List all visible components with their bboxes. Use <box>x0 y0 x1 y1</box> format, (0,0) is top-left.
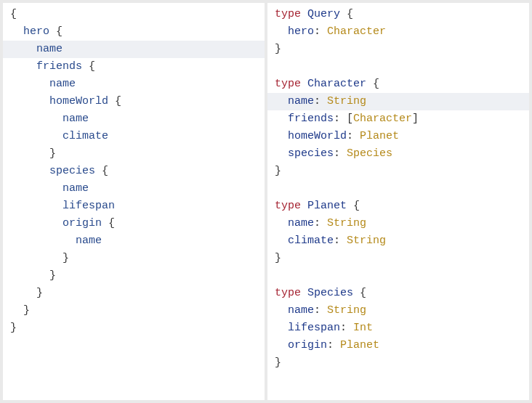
code-token: species <box>288 147 334 160</box>
code-token: Int <box>353 322 373 334</box>
code-token: Planet <box>307 200 347 212</box>
query-line: } <box>3 302 265 319</box>
schema-line: type Planet { <box>267 198 529 215</box>
code-token: : <box>314 95 327 107</box>
code-token: origin <box>63 217 102 229</box>
code-token: type <box>275 8 307 20</box>
code-token: name <box>288 217 314 229</box>
query-line: origin { <box>3 215 265 232</box>
schema-line: type Character { <box>267 76 529 93</box>
code-token: String <box>347 235 386 247</box>
code-token: String <box>327 217 366 229</box>
query-line: name <box>3 41 265 58</box>
code-token: { <box>366 78 379 90</box>
schema-panel[interactable]: type Query { hero: Character} type Chara… <box>267 3 529 400</box>
code-token: } <box>275 43 281 55</box>
code-token: { <box>102 217 115 229</box>
code-token: name <box>288 95 314 107</box>
code-token: Query <box>307 8 340 20</box>
code-token: } <box>275 165 281 177</box>
code-token: climate <box>63 130 108 142</box>
code-token: friends <box>36 60 82 73</box>
schema-line: origin: Planet <box>267 337 529 354</box>
code-token: lifespan <box>288 322 340 334</box>
code-token: name <box>49 78 76 90</box>
code-token: } <box>275 252 281 264</box>
code-token: type <box>275 200 307 212</box>
query-line: { <box>3 6 265 23</box>
query-line: climate <box>3 128 265 145</box>
code-token: Character <box>307 78 366 90</box>
code-token: friends <box>288 113 334 125</box>
code-token: type <box>275 287 307 299</box>
schema-line: } <box>267 41 529 58</box>
code-token: String <box>327 95 366 107</box>
code-token: origin <box>288 339 327 351</box>
code-token: Species <box>307 287 353 299</box>
schema-line: friends: [Character] <box>267 110 529 128</box>
schema-line: name: String <box>267 302 529 319</box>
schema-line <box>267 180 529 198</box>
query-line: homeWorld { <box>3 93 265 110</box>
code-token: { <box>108 95 121 107</box>
code-token: } <box>36 287 43 299</box>
schema-line: } <box>267 163 529 180</box>
code-panels: { hero { name friends { name homeWorld {… <box>0 0 532 403</box>
schema-line: } <box>267 354 529 372</box>
query-panel[interactable]: { hero { name friends { name homeWorld {… <box>3 3 265 400</box>
code-token: } <box>49 147 56 160</box>
code-token: Character <box>353 113 412 125</box>
query-line: name <box>3 76 265 93</box>
code-token: Character <box>327 25 386 38</box>
schema-line: hero: Character <box>267 23 529 41</box>
code-token: homeWorld <box>288 130 347 142</box>
schema-line: species: Species <box>267 145 529 163</box>
code-token: Species <box>347 147 392 160</box>
code-token: name <box>63 182 89 195</box>
query-line: name <box>3 110 265 128</box>
code-token: } <box>10 322 17 334</box>
code-token: } <box>23 304 30 317</box>
query-line: species { <box>3 163 265 180</box>
code-token: name <box>63 113 89 125</box>
schema-line: name: String <box>267 93 529 110</box>
code-token: hero <box>288 25 314 38</box>
code-token: Planet <box>360 130 399 142</box>
code-token: } <box>275 357 281 369</box>
code-token: { <box>82 60 95 73</box>
code-token: { <box>95 165 108 177</box>
code-token: lifespan <box>63 200 115 212</box>
code-token: : <box>327 339 340 351</box>
schema-line: climate: String <box>267 232 529 250</box>
schema-line: homeWorld: Planet <box>267 128 529 145</box>
schema-line: type Query { <box>267 6 529 23</box>
query-line: } <box>3 319 265 337</box>
schema-line <box>267 58 529 76</box>
code-token: climate <box>288 235 334 247</box>
code-token: : <box>314 217 327 229</box>
code-token: name <box>288 304 314 317</box>
query-line: name <box>3 180 265 198</box>
code-token: { <box>49 25 63 38</box>
code-token: name <box>36 43 63 55</box>
code-token: : <box>314 25 327 38</box>
code-token: : <box>334 147 347 160</box>
schema-line: name: String <box>267 215 529 232</box>
code-token: { <box>340 8 353 20</box>
code-token: } <box>63 252 69 264</box>
code-token: { <box>347 200 360 212</box>
code-token: String <box>327 304 366 317</box>
code-token: type <box>275 78 307 90</box>
code-token: : <box>340 322 353 334</box>
code-token: } <box>49 269 56 282</box>
code-token: ] <box>412 113 419 125</box>
code-token: { <box>353 287 366 299</box>
query-line: friends { <box>3 58 265 76</box>
query-line: } <box>3 285 265 302</box>
query-line: lifespan <box>3 198 265 215</box>
schema-line: lifespan: Int <box>267 319 529 337</box>
query-line: name <box>3 232 265 250</box>
code-token: Planet <box>340 339 379 351</box>
query-line: } <box>3 145 265 163</box>
code-token: name <box>76 235 102 247</box>
